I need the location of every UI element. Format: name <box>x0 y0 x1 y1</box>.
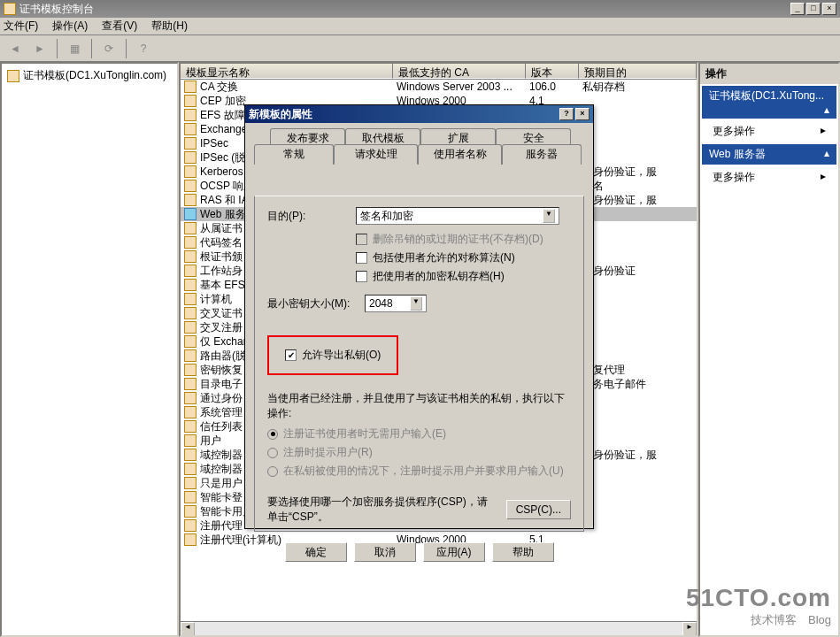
col-version[interactable]: 版本 <box>526 64 579 79</box>
app-icon <box>4 3 16 15</box>
action-more-root[interactable]: 更多操作 ▸ <box>700 120 838 142</box>
action-section-root[interactable]: 证书模板(DC1.XuTong... ▴ <box>702 86 836 119</box>
row-name: CA 交换 <box>200 80 238 95</box>
dialog-close-button[interactable]: × <box>575 108 590 120</box>
toolbar: ◄ ► ▦ ⟳ ? <box>0 35 840 62</box>
row-name: IPSec <box>200 137 228 150</box>
symmetric-label: 包括使用者允许的对称算法(N) <box>373 250 515 265</box>
allow-export-checkbox[interactable]: ✔ <box>285 349 297 361</box>
scroll-right-button[interactable]: ► <box>682 622 697 636</box>
action-section-selected[interactable]: Web 服务器 ▴ <box>702 144 836 165</box>
table-row[interactable]: CA 交换Windows Server 2003 ...106.0私钥存档 <box>181 80 697 94</box>
scroll-track[interactable] <box>195 622 682 635</box>
keysize-value: 2048 <box>369 297 393 310</box>
menu-file[interactable]: 文件(F) <box>4 19 38 34</box>
row-name: 系统管理 <box>200 405 243 420</box>
dropdown-arrow-icon: ▼ <box>410 296 422 311</box>
csp-button[interactable]: CSP(C)... <box>506 500 571 519</box>
horizontal-scrollbar[interactable]: ◄ ► <box>181 621 697 635</box>
row-name: 目录电子 <box>200 377 243 392</box>
row-name: 通过身份 <box>200 391 243 406</box>
properties-dialog: 新模板的属性 ? × 发布要求 取代模板 扩展 安全 常规 请求处理 使用者名称… <box>244 104 594 529</box>
radio-prompt-label: 注册时提示用户(R) <box>283 445 373 460</box>
close-button[interactable]: × <box>822 3 836 15</box>
tab-request-handling[interactable]: 请求处理 <box>334 144 418 165</box>
back-button[interactable]: ◄ <box>5 39 25 58</box>
template-icon <box>184 95 197 107</box>
row-name: Exchange <box>200 123 247 135</box>
menu-help[interactable]: 帮助(H) <box>151 19 188 34</box>
row-name: 计算机 <box>200 292 232 307</box>
action-more-label: 更多操作 <box>713 125 755 137</box>
scroll-left-button[interactable]: ◄ <box>181 622 195 636</box>
forward-button[interactable]: ► <box>30 39 50 58</box>
template-icon <box>184 364 197 376</box>
cancel-button[interactable]: 取消 <box>354 542 416 562</box>
template-icon <box>184 477 197 489</box>
ok-button[interactable]: 确定 <box>285 542 347 562</box>
row-name: Kerberos <box>200 165 243 178</box>
help-button[interactable]: ? <box>134 39 153 58</box>
template-icon <box>184 321 197 334</box>
minimize-button[interactable]: _ <box>790 3 805 15</box>
row-name: 仅 Exchan <box>200 334 249 349</box>
row-purpose: 恢复代理 <box>579 363 697 378</box>
row-purpose: 签名 <box>579 179 697 194</box>
radio-prompt-require <box>267 466 278 477</box>
template-icon <box>184 378 197 390</box>
dialog-help-button[interactable]: ? <box>559 108 574 120</box>
template-icon <box>184 335 197 348</box>
row-name: 交叉证书 <box>200 306 243 321</box>
highlight-box: ✔允许导出私钥(O) <box>267 335 398 375</box>
keysize-select[interactable]: 2048 ▼ <box>365 295 427 312</box>
template-icon <box>184 463 197 475</box>
dialog-tabs: 发布要求 取代模板 扩展 安全 常规 请求处理 使用者名称 服务器 <box>254 128 584 164</box>
purpose-select[interactable]: 签名和加密 ▼ <box>356 207 559 225</box>
action-more-selected[interactable]: 更多操作 ▸ <box>700 166 838 188</box>
col-name[interactable]: 模板显示名称 <box>181 64 393 79</box>
template-icon <box>184 236 197 249</box>
tab-server[interactable]: 服务器 <box>502 144 582 165</box>
template-icon <box>184 519 197 532</box>
toolbar-separator <box>91 39 92 58</box>
help-button[interactable]: 帮助 <box>492 542 554 562</box>
row-name: 只是用户 <box>200 476 243 491</box>
col-ca[interactable]: 最低支持的 CA <box>393 64 526 79</box>
template-icon <box>184 250 197 263</box>
list-view-button[interactable]: ▦ <box>65 39 84 58</box>
action-header: 操作 <box>700 64 838 84</box>
template-icon <box>184 109 197 121</box>
template-icon <box>184 123 197 135</box>
template-icon <box>184 434 197 447</box>
row-purpose: 端身份验证，服 <box>579 448 697 463</box>
maximize-button[interactable]: □ <box>806 3 821 15</box>
tab-general[interactable]: 常规 <box>254 144 334 165</box>
template-icon <box>184 392 197 404</box>
refresh-button[interactable]: ⟳ <box>99 39 119 58</box>
symmetric-checkbox[interactable] <box>356 252 367 264</box>
template-icon <box>184 349 197 362</box>
toolbar-separator <box>126 39 127 58</box>
menu-view[interactable]: 查看(V) <box>102 19 137 34</box>
archive-key-checkbox[interactable] <box>356 271 367 282</box>
template-icon <box>184 137 197 150</box>
dialog-titlebar[interactable]: 新模板的属性 ? × <box>245 105 593 123</box>
tree-root[interactable]: 证书模板(DC1.XuTonglin.com) <box>5 67 173 84</box>
row-purpose: 端身份验证 <box>579 264 697 279</box>
apply-button[interactable]: 应用(A) <box>423 542 485 562</box>
template-icon <box>7 70 19 82</box>
tab-subject-name[interactable]: 使用者名称 <box>418 144 502 165</box>
row-name: 密钥恢复 <box>200 363 243 378</box>
row-name: 从属证书 <box>200 221 243 236</box>
row-purpose: 端身份验证，服 <box>579 165 697 180</box>
menu-action[interactable]: 操作(A) <box>52 19 88 34</box>
radio-no-input-label: 注册证书使用者时无需用户输入(E) <box>283 426 446 441</box>
toolbar-separator <box>57 39 58 58</box>
tab-content: 目的(P): 签名和加密 ▼ 删除吊销的或过期的证书(不存档)(D) 包括使用者… <box>254 196 584 532</box>
row-name: 域控制器 <box>200 448 243 463</box>
row-name: 智能卡登 <box>200 490 243 505</box>
col-purpose[interactable]: 预期目的 <box>579 64 697 79</box>
template-icon <box>184 491 197 503</box>
template-icon <box>184 194 197 206</box>
archive-key-label: 把使用者的加密私钥存档(H) <box>373 269 505 284</box>
